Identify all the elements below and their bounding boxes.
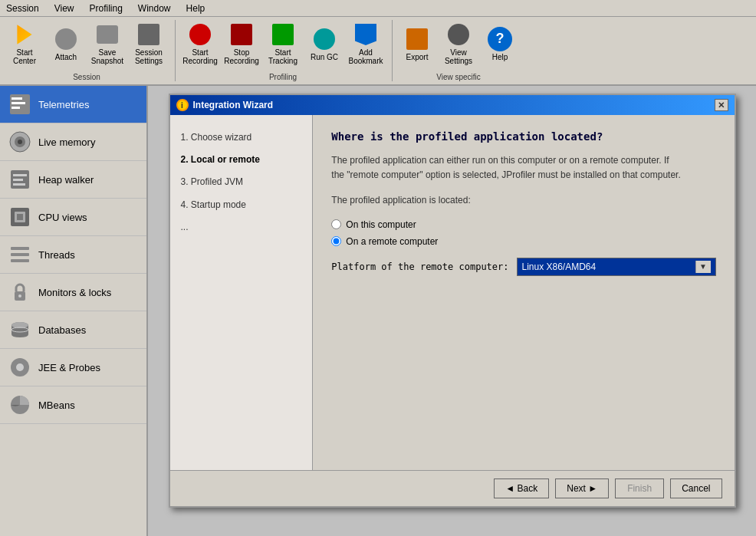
wizard-step-1: 1. Choose wizard xyxy=(181,130,302,145)
jee-probes-icon xyxy=(8,355,32,380)
svg-point-23 xyxy=(16,363,24,371)
dialog-body: 1. Choose wizard 2. Local or remote 3. P… xyxy=(170,115,735,470)
stop-recording-label: StopRecording xyxy=(224,48,259,65)
platform-dropdown-arrow[interactable]: ▼ xyxy=(695,261,711,273)
radio-remote-computer[interactable]: On a remote computer xyxy=(331,236,715,247)
svg-rect-2 xyxy=(12,102,25,104)
dialog-close-button[interactable]: ✕ xyxy=(715,99,728,111)
menu-window[interactable]: Window xyxy=(135,2,174,15)
platform-label: Platform of the remote computer: xyxy=(331,261,508,272)
save-snapshot-icon xyxy=(95,22,120,47)
finish-button[interactable]: Finish xyxy=(615,478,664,498)
run-gc-button[interactable]: Run GC xyxy=(304,20,344,67)
start-tracking-button[interactable]: StartTracking xyxy=(263,20,303,67)
view-settings-button[interactable]: ViewSettings xyxy=(439,20,478,67)
platform-select-value: Linux X86/AMD64 xyxy=(522,261,597,272)
sidebar: Telemetries Live memory Hea xyxy=(0,86,148,536)
export-button[interactable]: Export xyxy=(397,20,437,67)
add-bookmark-icon xyxy=(353,22,378,47)
wizard-icon: i xyxy=(176,99,189,111)
start-tracking-label: StartTracking xyxy=(268,48,297,65)
wizard-steps-panel: 1. Choose wizard 2. Local or remote 3. P… xyxy=(170,115,314,470)
sidebar-threads-label: Threads xyxy=(38,249,75,261)
main-layout: Telemetries Live memory Hea xyxy=(0,86,756,536)
svg-rect-9 xyxy=(13,179,23,181)
wizard-step-4: 4. Startup mode xyxy=(181,198,302,212)
run-gc-label: Run GC xyxy=(311,53,338,61)
menu-profiling[interactable]: Profiling xyxy=(87,2,126,15)
sidebar-item-mbeans[interactable]: MBeans xyxy=(0,386,146,424)
radio-this-computer-input[interactable] xyxy=(331,219,341,229)
session-settings-icon xyxy=(136,22,161,47)
svg-point-6 xyxy=(18,140,22,144)
menu-view[interactable]: View xyxy=(51,2,77,15)
svg-rect-3 xyxy=(12,107,20,109)
radio-remote-computer-label: On a remote computer xyxy=(346,236,438,247)
next-button[interactable]: Next ► xyxy=(555,478,609,498)
run-gc-icon xyxy=(312,27,337,51)
sidebar-jee-probes-label: JEE & Probes xyxy=(38,362,100,373)
profiling-section-label: Profiling xyxy=(180,71,386,81)
cancel-button[interactable]: Cancel xyxy=(670,478,721,498)
sidebar-item-databases[interactable]: Databases xyxy=(0,311,146,349)
start-recording-label: StartRecording xyxy=(182,48,218,65)
start-tracking-icon xyxy=(271,22,295,47)
dialog-title: i Integration Wizard xyxy=(176,99,274,111)
platform-select[interactable]: Linux X86/AMD64 ▼ xyxy=(517,258,716,276)
start-center-label: Start Center xyxy=(7,48,42,65)
help-icon: ? xyxy=(488,27,512,51)
sidebar-item-telemetries[interactable]: Telemetries xyxy=(0,86,146,123)
help-button[interactable]: ? Help xyxy=(480,20,520,67)
export-label: Export xyxy=(406,53,429,61)
toolbar-section-view: Export ViewSettings ? Help View specific xyxy=(397,20,526,81)
svg-rect-14 xyxy=(11,247,29,250)
sidebar-item-live-memory[interactable]: Live memory xyxy=(0,123,146,161)
location-radio-group: On this computer On a remote computer xyxy=(331,219,715,247)
platform-row: Platform of the remote computer: Linux X… xyxy=(331,258,715,276)
menu-session[interactable]: Session xyxy=(3,2,42,15)
stop-recording-button[interactable]: StopRecording xyxy=(222,20,261,67)
wizard-step-2: 2. Local or remote xyxy=(181,153,302,167)
start-recording-button[interactable]: StartRecording xyxy=(180,20,220,67)
dialog-title-label: Integration Wizard xyxy=(193,100,274,110)
session-section-label: Session xyxy=(5,71,169,81)
wizard-question: Where is the profiled application locate… xyxy=(331,130,715,143)
stop-recording-icon xyxy=(229,22,254,47)
save-snapshot-button[interactable]: SaveSnapshot xyxy=(87,20,127,67)
content-area: i Integration Wizard ✕ 1. Choose wizard … xyxy=(148,86,756,536)
sidebar-item-jee-probes[interactable]: JEE & Probes xyxy=(0,349,146,386)
start-center-button[interactable]: Start Center xyxy=(5,20,44,67)
toolbar: Start Center Attach SaveSnapshot Session… xyxy=(0,17,756,86)
wizard-description2: The profiled application is located: xyxy=(331,193,715,208)
finish-button-label: Finish xyxy=(627,483,652,494)
sidebar-item-monitors-locks[interactable]: Monitors & locks xyxy=(0,274,146,311)
attach-button[interactable]: Attach xyxy=(46,20,86,67)
attach-icon xyxy=(54,27,78,51)
export-icon xyxy=(405,27,429,51)
radio-remote-computer-input[interactable] xyxy=(331,236,341,246)
wizard-content-panel: Where is the profiled application locate… xyxy=(313,115,734,470)
monitors-locks-icon xyxy=(8,280,32,304)
radio-this-computer[interactable]: On this computer xyxy=(331,219,715,230)
next-button-label: Next ► xyxy=(567,483,597,494)
back-button-label: ◄ Back xyxy=(505,483,537,494)
svg-rect-13 xyxy=(17,214,23,220)
add-bookmark-button[interactable]: AddBookmark xyxy=(346,20,386,67)
dialog-overlay: i Integration Wizard ✕ 1. Choose wizard … xyxy=(148,86,756,536)
wizard-step-more: ... xyxy=(181,220,302,235)
menu-help[interactable]: Help xyxy=(183,2,209,15)
sidebar-live-memory-label: Live memory xyxy=(38,136,95,148)
help-label: Help xyxy=(492,53,508,61)
live-memory-icon xyxy=(8,130,32,154)
session-settings-label: SessionSettings xyxy=(135,48,163,65)
back-button[interactable]: ◄ Back xyxy=(494,478,549,498)
start-recording-icon xyxy=(188,22,212,47)
sidebar-item-cpu-views[interactable]: CPU views xyxy=(0,199,146,236)
session-settings-button[interactable]: SessionSettings xyxy=(129,20,169,67)
threads-icon xyxy=(8,242,32,267)
wizard-step-3: 3. Profiled JVM xyxy=(181,175,302,189)
sidebar-item-heap-walker[interactable]: Heap walker xyxy=(0,161,146,199)
sidebar-item-threads[interactable]: Threads xyxy=(0,236,146,274)
telemetries-icon xyxy=(8,92,32,117)
view-settings-icon xyxy=(446,22,471,47)
